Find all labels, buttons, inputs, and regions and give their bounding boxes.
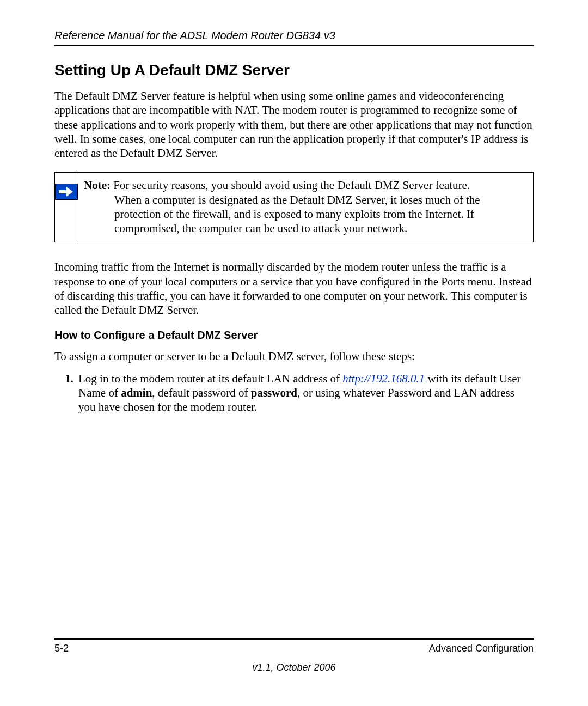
- subsection-lead: To assign a computer or server to be a D…: [54, 349, 534, 363]
- default-lan-link[interactable]: http://192.168.0.1: [342, 372, 425, 385]
- page-number: 5-2: [54, 643, 69, 654]
- paragraph-2: Incoming traffic from the Internet is no…: [54, 260, 534, 317]
- subsection-title: How to Configure a Default DMZ Server: [54, 329, 534, 342]
- footer-version: v1.1, October 2006: [54, 662, 534, 673]
- footer-rule: [54, 638, 534, 640]
- steps-list: Log in to the modem router at its defaul…: [54, 372, 534, 415]
- step1-username: admin: [121, 386, 152, 399]
- header-rule: [54, 45, 534, 46]
- note-box: Note: For security reasons, you should a…: [54, 172, 534, 242]
- arrow-right-icon: [55, 184, 78, 200]
- note-first-line: For security reasons, you should avoid u…: [111, 179, 470, 192]
- note-rest: When a computer is designated as the Def…: [114, 193, 525, 236]
- section-title: Setting Up A Default DMZ Server: [54, 62, 534, 79]
- footer-section: Advanced Configuration: [429, 643, 534, 654]
- page: Reference Manual for the ADSL Modem Rout…: [0, 0, 588, 706]
- note-text: Note: For security reasons, you should a…: [78, 173, 533, 242]
- step1-password: password: [251, 386, 297, 399]
- note-label: Note:: [84, 179, 111, 192]
- intro-paragraph: The Default DMZ Server feature is helpfu…: [54, 89, 534, 160]
- running-head: Reference Manual for the ADSL Modem Rout…: [54, 29, 534, 42]
- note-icon-cell: [55, 173, 78, 242]
- step1-pre: Log in to the modem router at its defaul…: [78, 372, 342, 385]
- page-footer: 5-2 Advanced Configuration v1.1, October…: [54, 638, 534, 673]
- step1-mid2: , default password of: [152, 386, 250, 399]
- step-1: Log in to the modem router at its defaul…: [76, 372, 534, 415]
